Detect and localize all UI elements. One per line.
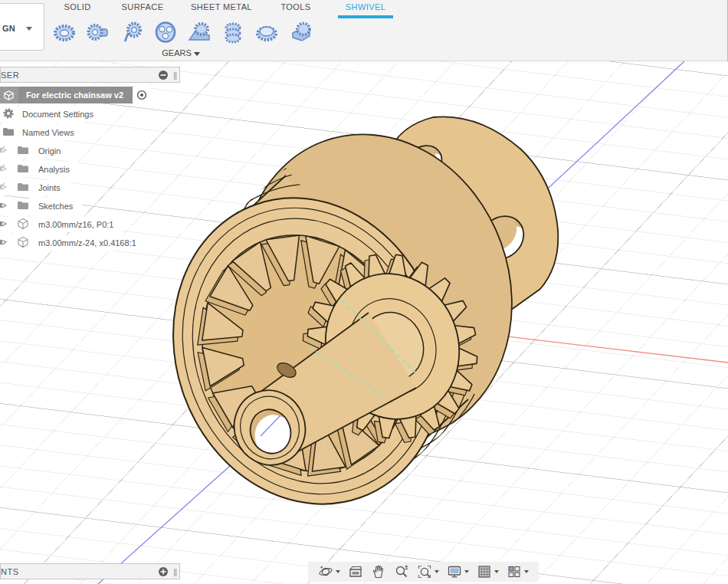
- browser-item-body-z24[interactable]: m3.00mm/z-24, x0.4168:1: [0, 235, 146, 251]
- navigation-toolbar: [308, 562, 539, 582]
- workspace-label: GN: [2, 24, 15, 33]
- browser-item-document-settings[interactable]: Document Settings: [0, 107, 103, 122]
- browser-header[interactable]: SER ||: [0, 67, 180, 83]
- orbit-icon: [318, 564, 333, 579]
- chevron-down-icon: [26, 27, 32, 31]
- tab-solid[interactable]: SOLID: [64, 2, 90, 11]
- comments-header-label: NTS: [1, 567, 19, 576]
- visibility-on-icon[interactable]: [0, 236, 7, 250]
- activate-component-radio[interactable]: [133, 87, 150, 103]
- folder-icon: [17, 199, 29, 213]
- tab-tools[interactable]: TOOLS: [280, 2, 310, 11]
- expand-panel-icon[interactable]: [158, 566, 169, 577]
- viewports-icon: [507, 564, 522, 579]
- wheel-pulley-icon[interactable]: [152, 18, 179, 46]
- rack-and-pinion-icon[interactable]: [185, 18, 213, 46]
- chevron-down-icon[interactable]: [464, 570, 469, 573]
- workspace-selector[interactable]: GN: [0, 3, 44, 51]
- pan-hand-icon: [371, 564, 386, 579]
- chevron-down-icon[interactable]: [524, 570, 529, 573]
- gear-with-hub-icon[interactable]: [84, 18, 112, 46]
- browser-item-analysis[interactable]: Analysis: [0, 162, 79, 177]
- body-cube-icon: [17, 236, 29, 250]
- zoom-button[interactable]: [390, 562, 413, 582]
- chevron-down-icon[interactable]: [435, 570, 439, 573]
- grid-icon: [477, 564, 492, 579]
- grid-display-button[interactable]: [473, 562, 503, 582]
- pan-button[interactable]: [367, 562, 390, 582]
- gear-icon: [2, 107, 15, 121]
- worm-gear-icon[interactable]: [219, 18, 247, 46]
- browser-root-row[interactable]: For electric chainsaw v2: [0, 87, 150, 103]
- chevron-down-icon[interactable]: [336, 570, 340, 573]
- comments-header[interactable]: NTS ||: [0, 563, 180, 579]
- display-settings-button[interactable]: [443, 562, 473, 582]
- ribbon: GN SOLID SURFACE SHEET METAL TOOLS SHWIV…: [0, 0, 727, 61]
- look-at-button[interactable]: [344, 562, 367, 582]
- fusion-window: GN SOLID SURFACE SHEET METAL TOOLS SHWIV…: [0, 0, 728, 584]
- bevel-ring-gear-icon[interactable]: [51, 18, 78, 46]
- look-at-icon: [348, 564, 363, 579]
- root-component-label[interactable]: For electric chainsaw v2: [18, 87, 133, 103]
- collapse-panel-icon[interactable]: [158, 70, 169, 80]
- orbit-button[interactable]: [314, 562, 344, 582]
- browser-header-label: SER: [1, 71, 19, 80]
- visibility-off-icon[interactable]: [0, 162, 7, 176]
- chevron-down-icon: [194, 52, 200, 56]
- comments-panel: NTS ||: [0, 563, 180, 579]
- viewports-button[interactable]: [503, 562, 533, 582]
- active-tab-underline: [338, 15, 393, 18]
- browser-item-sketches[interactable]: Sketches: [0, 198, 82, 214]
- fit-icon: [417, 564, 432, 579]
- zoom-icon: [394, 564, 409, 579]
- tab-surface[interactable]: SURFACE: [122, 2, 164, 11]
- visibility-on-icon[interactable]: [0, 218, 7, 231]
- gears-tool-row: [51, 18, 314, 46]
- tab-shwivel[interactable]: SHWIVEL: [346, 2, 385, 11]
- display-settings-icon: [447, 564, 462, 579]
- gear-on-block-icon[interactable]: [287, 18, 314, 46]
- browser-item-body-z16[interactable]: m3.00mm/z16, P0:1: [0, 217, 123, 232]
- visibility-off-icon[interactable]: [0, 144, 7, 158]
- component-icon: [0, 87, 18, 103]
- gear-crank-icon[interactable]: [118, 18, 146, 46]
- body-cube-icon: [17, 218, 29, 231]
- folder-icon: [2, 126, 15, 139]
- fit-button[interactable]: [413, 562, 443, 582]
- gears-group-label[interactable]: GEARS: [150, 48, 212, 57]
- browser-item-origin[interactable]: Origin: [0, 143, 70, 159]
- bevel-gear-icon[interactable]: [253, 18, 280, 46]
- chevron-down-icon[interactable]: [494, 570, 499, 573]
- panel-grip-handle[interactable]: ||: [173, 567, 176, 576]
- folder-icon: [17, 144, 29, 158]
- folder-icon: [17, 181, 29, 195]
- visibility-on-icon[interactable]: [0, 199, 7, 213]
- browser-item-joints[interactable]: Joints: [0, 180, 70, 195]
- visibility-off-icon[interactable]: [0, 181, 7, 195]
- browser-panel: SER || For electric chainsaw v2: [0, 67, 180, 251]
- panel-grip-handle[interactable]: ||: [173, 71, 176, 80]
- tab-sheet-metal[interactable]: SHEET METAL: [191, 2, 252, 11]
- browser-item-named-views[interactable]: Named Views: [0, 125, 84, 140]
- folder-icon: [17, 162, 29, 176]
